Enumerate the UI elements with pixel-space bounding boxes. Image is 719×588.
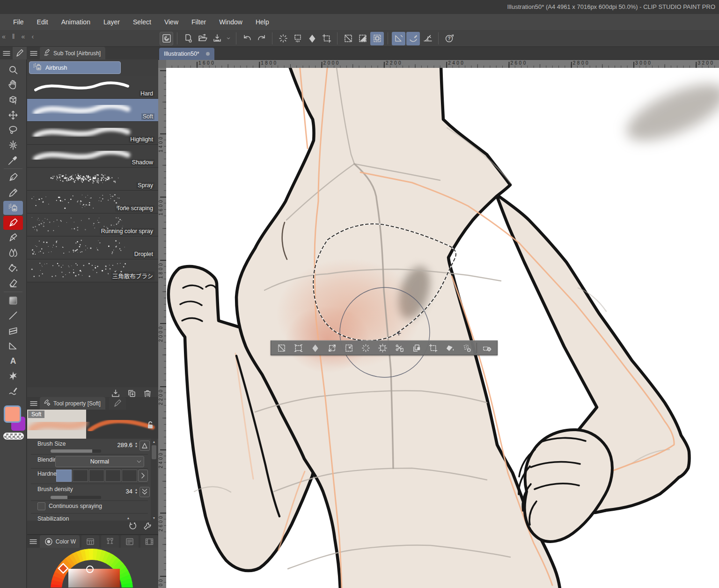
eyedropper-tool[interactable] — [3, 153, 23, 167]
text-tool[interactable]: A — [3, 354, 23, 368]
launcher-settings-button[interactable] — [478, 341, 495, 354]
brush-density-slider[interactable] — [51, 496, 101, 499]
blend-tool[interactable] — [3, 246, 23, 260]
brush-item-1[interactable]: Soft — [27, 99, 158, 122]
menu-file[interactable]: File — [7, 14, 30, 30]
transparent-color-swatch[interactable] — [3, 433, 24, 440]
brush-item-3[interactable]: Shadow — [27, 145, 158, 168]
foreground-color-swatch[interactable] — [4, 405, 21, 423]
pen-pressure-button[interactable] — [139, 441, 150, 451]
snap-to-special-ruler-button[interactable] — [406, 32, 420, 45]
document-tab[interactable]: Illustration50* — [159, 48, 214, 60]
color-set-tab[interactable] — [81, 535, 99, 548]
new-tone-button[interactable] — [458, 341, 475, 354]
airbrush-tool[interactable] — [3, 201, 23, 215]
brush-item-2[interactable]: Highlight — [27, 122, 158, 145]
cut-and-paste-button[interactable] — [391, 341, 408, 354]
color-chart-tab[interactable] — [140, 535, 158, 548]
auto-select-tool[interactable] — [3, 138, 23, 152]
pen-tool[interactable] — [3, 170, 23, 184]
color-wheel-area[interactable] — [27, 548, 158, 588]
hardness-cell-3[interactable] — [89, 470, 104, 482]
scale-selection-button[interactable] — [323, 341, 340, 354]
color-wheel-tab[interactable]: Color W — [40, 535, 80, 548]
selection-mode-bordered-button[interactable] — [370, 32, 384, 45]
invert-selection-button[interactable] — [305, 32, 319, 45]
density-dynamics-button[interactable] — [139, 487, 150, 497]
brush-size-stepper[interactable]: ▲▼ — [133, 441, 139, 448]
hamburger-icon[interactable] — [27, 397, 40, 410]
selection-mode-invert-button[interactable] — [356, 32, 369, 45]
hand-tool[interactable] — [3, 78, 23, 92]
help-button[interactable]: ? — [442, 32, 456, 45]
brush-item-6[interactable]: Running color spray — [27, 213, 158, 236]
menu-edit[interactable]: Edit — [30, 14, 55, 30]
unlock-icon[interactable] — [145, 420, 155, 432]
brush-item-4[interactable]: Spray — [27, 168, 158, 191]
frame-border-tool[interactable] — [3, 323, 23, 338]
decoration-tool[interactable] — [3, 369, 23, 383]
color-slider-tab[interactable] — [121, 535, 139, 548]
clear-area-button[interactable] — [357, 341, 374, 354]
calligraphy-tool[interactable] — [3, 231, 23, 245]
save-dropdown-button[interactable] — [225, 32, 232, 45]
selection-mode-new-button[interactable] — [341, 32, 355, 45]
panel-collapse-arrows[interactable]: «‖«‹ — [2, 33, 40, 40]
hardness-cell-5[interactable] — [122, 470, 137, 482]
menu-window[interactable]: Window — [213, 14, 249, 30]
invert-selection-button[interactable] — [307, 341, 323, 354]
brush-item-7[interactable]: Droplet — [27, 236, 158, 259]
brush-stroke-preview[interactable]: Soft — [27, 410, 158, 439]
tool-property-tab[interactable]: Tool property [Soft] — [40, 397, 105, 410]
hardness-cell-4[interactable] — [105, 470, 121, 482]
operation-3d-tool[interactable] — [3, 93, 23, 107]
hardness-cell-1[interactable] — [56, 470, 72, 482]
fill-tool[interactable] — [3, 261, 23, 275]
brush-item-8[interactable]: 三角散布ブラシ — [27, 259, 158, 282]
tool-property-scrollbar[interactable]: ▲▼ — [151, 439, 157, 521]
subtool-panel-tab[interactable]: Sub Tool [Airbrush] — [40, 47, 105, 59]
hamburger-icon[interactable] — [27, 47, 40, 59]
hamburger-icon[interactable] — [0, 47, 13, 59]
intermediate-color-tab[interactable] — [101, 535, 119, 548]
redo-button[interactable] — [255, 32, 268, 45]
brush-density-stepper[interactable]: ▲▼ — [133, 488, 139, 494]
blending-mode-select[interactable]: Normal — [55, 456, 144, 467]
crop-frame-button[interactable] — [320, 32, 333, 45]
brush-detail-tab[interactable] — [109, 397, 126, 410]
zoom-tool[interactable] — [3, 63, 23, 77]
lasso-tool[interactable] — [3, 123, 23, 137]
fill-selection-button[interactable] — [441, 341, 458, 354]
menu-filter[interactable]: Filter — [185, 14, 213, 30]
illustration-canvas[interactable] — [166, 68, 719, 588]
reselect-button[interactable] — [291, 32, 304, 45]
gradient-tool[interactable] — [3, 294, 23, 308]
correct-line-tool[interactable] — [3, 384, 23, 398]
menu-animation[interactable]: Animation — [55, 14, 97, 30]
menu-layer[interactable]: Layer — [97, 14, 126, 30]
shrink-selection-button[interactable] — [340, 341, 357, 354]
copy-and-paste-button[interactable] — [408, 341, 425, 354]
snap-to-ruler-button[interactable] — [392, 32, 405, 45]
move-tool[interactable] — [3, 108, 23, 122]
collapse-arrow-icon[interactable]: ‹ — [31, 33, 34, 40]
brush-size-slider[interactable] — [51, 449, 101, 453]
select-area-button[interactable] — [290, 341, 307, 354]
hardness-cell-2[interactable] — [73, 470, 88, 482]
reset-all-settings-icon[interactable] — [127, 521, 138, 533]
deselect-button[interactable] — [273, 341, 290, 354]
continuous-spraying-checkbox[interactable] — [37, 502, 45, 510]
brush-density-value[interactable]: 34 — [109, 488, 132, 495]
subtool-group-airbrush[interactable]: Airbrush — [29, 61, 121, 74]
marker-tool[interactable] — [3, 216, 23, 230]
snap-to-grid-button[interactable] — [421, 32, 434, 45]
scale-rotate-button[interactable] — [425, 341, 441, 354]
ruler-tool[interactable] — [3, 339, 23, 353]
hamburger-icon[interactable] — [27, 535, 40, 548]
brush-size-value[interactable]: 289.6 — [104, 441, 132, 448]
open-file-button[interactable] — [196, 32, 209, 45]
convert-selection-button[interactable] — [374, 341, 391, 354]
color-wheel[interactable] — [27, 548, 158, 588]
wrench-icon[interactable] — [142, 521, 153, 533]
collapse-arrow-icon[interactable]: ‖ — [12, 33, 15, 40]
